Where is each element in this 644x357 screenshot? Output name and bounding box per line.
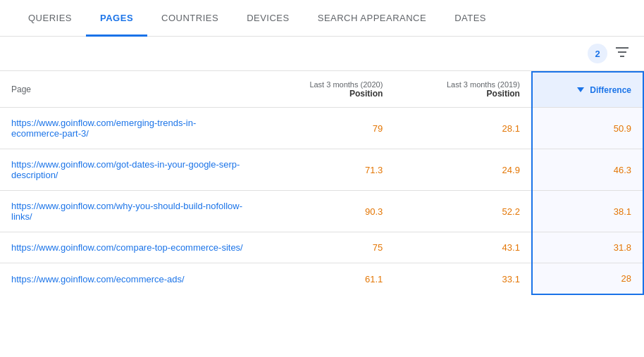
cell-page[interactable]: https://www.goinflow.com/emerging-trends…	[0, 108, 257, 149]
tab-countries[interactable]: COUNTRIES	[147, 0, 233, 36]
tab-pages[interactable]: PAGES	[86, 0, 147, 36]
cell-pos1: 71.3	[257, 149, 394, 191]
cell-diff: 31.8	[532, 232, 643, 263]
cell-page[interactable]: https://www.goinflow.com/why-you-should-…	[0, 191, 257, 232]
cell-pos2: 33.1	[394, 263, 532, 295]
cell-page[interactable]: https://www.goinflow.com/ecommerce-ads/	[0, 263, 257, 295]
cell-pos1: 61.1	[257, 263, 394, 295]
cell-pos1: 79	[257, 108, 394, 149]
diff-label: Difference	[590, 85, 631, 95]
table-row: https://www.goinflow.com/got-dates-in-yo…	[0, 149, 643, 191]
col-header-period2: Last 3 months (2019) Position	[394, 72, 532, 108]
filter-icon[interactable]	[614, 46, 630, 62]
cell-pos2: 52.2	[394, 191, 532, 232]
table-row: https://www.goinflow.com/emerging-trends…	[0, 108, 643, 149]
cell-diff: 28	[532, 263, 643, 295]
toolbar: 2	[0, 37, 644, 71]
table-row: https://www.goinflow.com/ecommerce-ads/6…	[0, 263, 643, 295]
tab-queries[interactable]: QUERIES	[14, 0, 86, 36]
tabs-bar: QUERIES PAGES COUNTRIES DEVICES SEARCH A…	[0, 0, 644, 37]
cell-page[interactable]: https://www.goinflow.com/compare-top-eco…	[0, 232, 257, 263]
cell-pos1: 90.3	[257, 191, 394, 232]
table-row: https://www.goinflow.com/why-you-should-…	[0, 191, 643, 232]
tab-devices[interactable]: DEVICES	[233, 0, 304, 36]
cell-page[interactable]: https://www.goinflow.com/got-dates-in-yo…	[0, 149, 257, 191]
table-row: https://www.goinflow.com/compare-top-eco…	[0, 232, 643, 263]
cell-pos2: 28.1	[394, 108, 532, 149]
cell-diff: 38.1	[532, 191, 643, 232]
tab-search-appearance[interactable]: SEARCH APPEARANCE	[304, 0, 440, 36]
cell-pos1: 75	[257, 232, 394, 263]
cell-diff: 46.3	[532, 149, 643, 191]
sort-arrow-icon	[577, 87, 584, 92]
data-table: Page Last 3 months (2020) Position Last …	[0, 71, 644, 295]
cell-pos2: 43.1	[394, 232, 532, 263]
cell-pos2: 24.9	[394, 149, 532, 191]
col-header-diff[interactable]: Difference	[532, 72, 643, 108]
col-header-period1: Last 3 months (2020) Position	[257, 72, 394, 108]
col-header-page: Page	[0, 72, 257, 108]
filter-badge[interactable]: 2	[588, 44, 607, 63]
tab-dates[interactable]: DATES	[440, 0, 500, 36]
cell-diff: 50.9	[532, 108, 643, 149]
